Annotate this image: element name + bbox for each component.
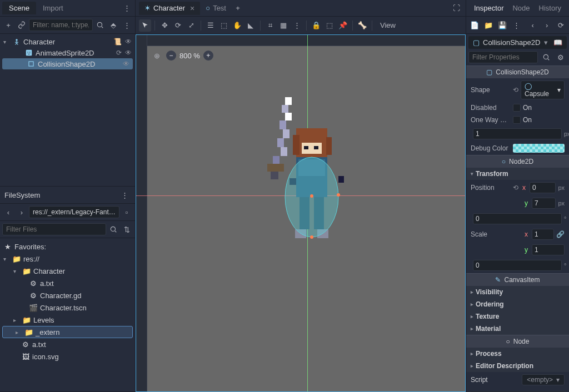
script-dropdown[interactable]: <empty> ▾ <box>522 374 565 385</box>
position-x-input[interactable] <box>530 182 556 193</box>
zoom-in-button[interactable]: + <box>203 51 213 61</box>
viewport-canvas[interactable]: ⊕ − 800 % + <box>136 34 466 392</box>
section-process[interactable]: ▸Process <box>466 348 569 360</box>
signal-icon[interactable]: ⟳ <box>116 49 122 57</box>
chevron-down-icon[interactable]: ▾ <box>13 268 20 274</box>
fs-folder-character[interactable]: ▾ 📁 Character <box>0 265 135 277</box>
close-icon[interactable]: × <box>190 4 194 13</box>
pin-button[interactable]: 📌 <box>337 19 349 32</box>
visibility-icon[interactable]: 👁 <box>123 60 129 68</box>
tree-node-animated-sprite[interactable]: AnimatedSprite2D ⟳ 👁 <box>0 47 135 58</box>
move-tool-button[interactable]: ✥ <box>158 19 171 32</box>
fs-file[interactable]: 🖼 icon.svg <box>0 350 135 363</box>
fs-folder-extern[interactable]: ▸ 📁 _extern <box>2 326 133 338</box>
script-icon[interactable]: 📜 <box>113 38 122 46</box>
path-chip-icon[interactable]: ▫ <box>121 206 133 218</box>
filesystem-filter-input[interactable] <box>2 223 106 235</box>
tab-history[interactable]: History <box>535 2 566 14</box>
group-tool-button[interactable]: ⬚ <box>218 19 230 32</box>
rotate-tool-button[interactable]: ⟳ <box>172 19 184 32</box>
skew-input[interactable] <box>473 260 562 271</box>
chevron-down-icon[interactable]: ▾ <box>3 39 10 45</box>
ruler-tool-button[interactable]: ◣ <box>244 19 257 32</box>
more-icon[interactable]: ⋮ <box>511 19 522 31</box>
inspector-object-name[interactable]: ▢ CollisionShape2D ▾ 📖 <box>468 36 567 49</box>
bones-button[interactable]: 🦴 <box>356 19 368 32</box>
character-sprite[interactable] <box>251 97 351 258</box>
select-tool-button[interactable] <box>139 19 151 32</box>
nav-back-button[interactable]: ‹ <box>2 206 14 218</box>
fs-folder-levels[interactable]: ▸ 📁 Levels <box>0 314 135 326</box>
scene-more-icon[interactable]: ⋮ <box>121 19 133 31</box>
debug-color-swatch[interactable] <box>513 144 565 153</box>
sort-icon[interactable]: ⇅ <box>121 223 133 235</box>
zoom-out-button[interactable]: − <box>166 51 176 61</box>
rotation-input[interactable] <box>473 213 562 224</box>
section-editor-desc[interactable]: ▸Editor Description <box>466 360 569 372</box>
section-ordering[interactable]: ▸Ordering <box>466 298 569 310</box>
oneway-margin-input[interactable] <box>473 128 562 139</box>
snap-menu-button[interactable]: ⋮ <box>291 19 303 32</box>
fs-file[interactable]: ⚙ a.txt <box>0 338 135 350</box>
reset-icon[interactable]: ⟲ <box>513 86 518 94</box>
grid-button[interactable]: ▦ <box>277 19 290 32</box>
chevron-down-icon[interactable]: ▾ <box>544 38 548 47</box>
group-lock-button[interactable]: ⬚ <box>323 19 336 32</box>
section-texture[interactable]: ▸Texture <box>466 310 569 323</box>
zoom-value[interactable]: 800 % <box>179 52 200 60</box>
load-resource-button[interactable]: 📁 <box>482 19 494 31</box>
zoom-reset-button[interactable]: ⊕ <box>151 49 163 62</box>
link-icon[interactable]: 🔗 <box>556 230 565 238</box>
nav-forward-button[interactable]: › <box>16 206 28 218</box>
visibility-icon[interactable]: 👁 <box>125 38 132 46</box>
tab-import[interactable]: Import <box>36 2 70 14</box>
fs-file[interactable]: ⚙ Character.gd <box>0 289 135 301</box>
properties-filter-input[interactable] <box>468 51 538 63</box>
lock-button[interactable]: 🔒 <box>310 19 322 32</box>
tab-scene[interactable]: Scene <box>2 2 36 14</box>
new-resource-button[interactable]: 📄 <box>468 19 480 31</box>
add-tab-button[interactable]: + <box>232 2 244 14</box>
search-icon[interactable] <box>107 223 119 235</box>
snap-button[interactable]: ⌗ <box>264 19 276 32</box>
chevron-right-icon[interactable]: ▸ <box>13 317 20 323</box>
view-menu-button[interactable]: View <box>376 21 400 29</box>
section-visibility[interactable]: ▸Visibility <box>466 286 569 298</box>
tree-node-character[interactable]: ▾ Character 📜 👁 <box>0 36 135 47</box>
scale-x-input[interactable] <box>532 229 554 240</box>
scene-tab-test[interactable]: ○ Test <box>200 2 232 14</box>
link-icon[interactable] <box>16 19 28 31</box>
scene-tool-icon[interactable]: ⬘ <box>107 19 119 31</box>
visibility-icon[interactable]: 👁 <box>125 49 132 57</box>
history-back-button[interactable]: ‹ <box>527 19 538 31</box>
fs-file[interactable]: 🎬 Character.tscn <box>0 301 135 314</box>
section-material[interactable]: ▸Material <box>466 323 569 335</box>
chevron-down-icon[interactable]: ▾ <box>3 256 10 262</box>
tree-node-collision-shape[interactable]: CollisionShape2D 👁 <box>2 58 133 69</box>
reset-icon[interactable]: ⟲ <box>513 184 518 192</box>
tab-node[interactable]: Node <box>508 2 534 14</box>
fs-file[interactable]: ⚙ a.txt <box>0 277 135 289</box>
shape-dropdown[interactable]: ◯ Capsule ▾ <box>521 81 565 99</box>
doc-icon[interactable]: 📖 <box>553 38 562 47</box>
path-display[interactable]: res://_extern/Legacy-Fantasy - H <box>29 206 119 218</box>
fs-folder-res[interactable]: ▾ 📁 res:// <box>0 253 135 265</box>
section-transform[interactable]: ▾ Transform <box>466 168 569 180</box>
history-icon[interactable]: ⟳ <box>555 19 567 31</box>
position-y-input[interactable] <box>532 198 556 209</box>
pan-tool-button[interactable]: ✋ <box>231 19 243 32</box>
tab-inspector[interactable]: Inspector <box>470 2 508 14</box>
search-icon[interactable] <box>540 51 552 63</box>
disabled-checkbox[interactable] <box>513 104 521 112</box>
list-tool-button[interactable]: ☰ <box>204 19 217 32</box>
scene-tab-character[interactable]: ✶ Character × <box>139 2 200 15</box>
expand-icon[interactable]: ⛶ <box>450 2 462 14</box>
history-forward-button[interactable]: › <box>541 19 552 31</box>
settings-icon[interactable]: ⚙ <box>555 51 567 63</box>
dock-menu-icon[interactable]: ⋮ <box>121 2 133 14</box>
chevron-right-icon[interactable]: ▸ <box>16 329 22 335</box>
scale-y-input[interactable] <box>532 244 565 255</box>
scale-tool-button[interactable]: ⤢ <box>185 19 197 32</box>
dock-menu-icon[interactable]: ⋮ <box>118 189 131 201</box>
oneway-checkbox[interactable] <box>513 116 521 124</box>
